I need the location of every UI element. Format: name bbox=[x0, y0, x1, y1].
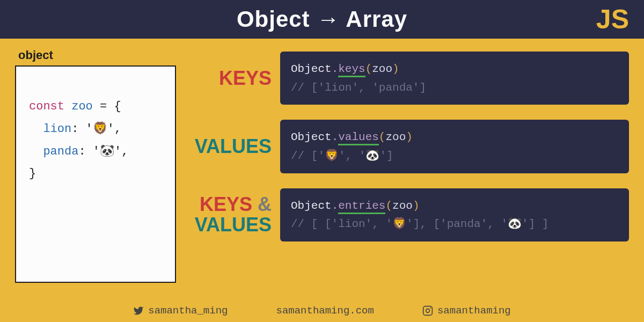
content-area: object const zoo = { lion: '🦁', panda: '… bbox=[0, 39, 644, 283]
object-code: const zoo = { lion: '🦁', panda: '🐼', } bbox=[29, 96, 165, 185]
label-values: VALUES bbox=[180, 136, 272, 157]
method-keys: keys bbox=[338, 63, 365, 77]
footer: samantha_ming samanthaming.com samantham… bbox=[0, 305, 644, 317]
language-badge: JS bbox=[596, 4, 629, 35]
page-title: Object → Array bbox=[237, 6, 407, 32]
comment-values: // ['🦁', '🐼'] bbox=[291, 150, 393, 162]
footer-site: samanthaming.com bbox=[276, 305, 374, 317]
twitter-icon bbox=[133, 305, 144, 316]
method-entries: entries bbox=[338, 200, 385, 214]
row-entries: KEYS & VALUES Object.entries(zoo) // [ [… bbox=[180, 188, 629, 241]
var-name: zoo bbox=[71, 100, 93, 113]
footer-twitter: samantha_ming bbox=[133, 305, 228, 317]
right-column: KEYS Object.keys(zoo) // ['lion', 'panda… bbox=[180, 48, 629, 283]
key-lion: lion bbox=[29, 122, 71, 136]
key-panda: panda bbox=[29, 145, 78, 158]
comment-entries: // [ ['lion', '🦁'], ['panda', '🐼'] ] bbox=[291, 218, 548, 230]
row-keys: KEYS Object.keys(zoo) // ['lion', 'panda… bbox=[180, 52, 629, 105]
label-entries: KEYS & VALUES bbox=[180, 194, 272, 235]
instagram-icon bbox=[422, 305, 433, 316]
snippet-values: Object.values(zoo) // ['🦁', '🐼'] bbox=[280, 120, 629, 173]
method-values: values bbox=[338, 131, 379, 145]
snippet-keys: Object.keys(zoo) // ['lion', 'panda'] bbox=[280, 52, 629, 105]
keyword-const: const bbox=[29, 100, 64, 113]
header-bar: Object → Array JS bbox=[0, 0, 644, 39]
row-values: VALUES Object.values(zoo) // ['🦁', '🐼'] bbox=[180, 120, 629, 173]
object-code-box: const zoo = { lion: '🦁', panda: '🐼', } bbox=[15, 65, 176, 283]
svg-point-2 bbox=[430, 308, 431, 309]
svg-point-1 bbox=[426, 309, 430, 313]
object-label: object bbox=[18, 48, 180, 62]
footer-instagram: samanthaming bbox=[422, 305, 511, 317]
snippet-entries: Object.entries(zoo) // [ ['lion', '🦁'], … bbox=[280, 188, 629, 241]
comment-keys: // ['lion', 'panda'] bbox=[291, 82, 426, 94]
svg-rect-0 bbox=[423, 306, 433, 316]
label-keys: KEYS bbox=[180, 68, 272, 89]
left-column: object const zoo = { lion: '🦁', panda: '… bbox=[15, 48, 180, 283]
